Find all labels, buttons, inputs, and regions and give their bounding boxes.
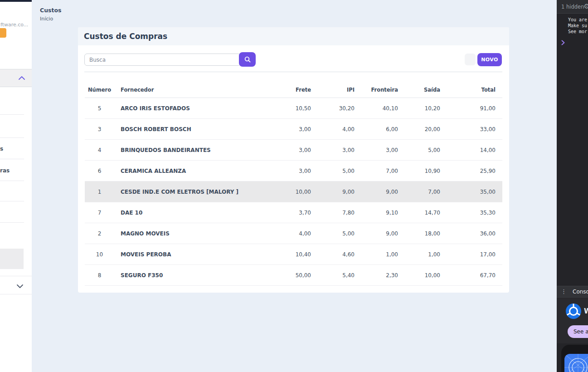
cell-fornecedor: BOSCH ROBERT BOSCH <box>114 119 277 140</box>
sidebar-item-label[interactable]: s <box>0 146 3 152</box>
cell-numero: 7 <box>85 202 114 223</box>
cell-frete: 3,00 <box>277 140 317 161</box>
col-ipi: IPI <box>317 82 361 98</box>
cell-saida: 10,90 <box>404 161 447 181</box>
devtools-panel: 1 hidden ⚙ You areMake suSee mor ⋮ Conso… <box>557 0 588 372</box>
cell-fornecedor: DAE 10 <box>114 202 277 223</box>
chrome-logo-icon <box>565 303 582 319</box>
sidebar-collapse-header[interactable] <box>0 69 32 87</box>
cell-numero: 8 <box>85 265 114 286</box>
devtools-toolbar: 1 hidden ⚙ <box>557 0 588 14</box>
divider <box>0 159 24 159</box>
breadcrumb[interactable]: Início <box>40 16 53 22</box>
cell-ipi: 5,00 <box>317 223 361 244</box>
table-row[interactable]: 8SEGURO F35050,005,402,3010,0067,70 <box>85 265 502 286</box>
costs-table-body: 5ARCO IRIS ESTOFADOS10,5030,2040,1010,20… <box>85 98 502 286</box>
cell-saida: 10,00 <box>404 265 447 286</box>
tab-console[interactable]: Conso <box>573 289 588 295</box>
table-row[interactable]: 4BRINQUEDOS BANDEIRANTES3,003,003,005,00… <box>85 140 502 161</box>
cell-fornecedor: ARCO IRIS ESTOFADOS <box>114 98 277 119</box>
cell-ipi: 7,80 <box>317 202 361 223</box>
chevron-down-icon[interactable] <box>16 282 24 291</box>
page-title: Custos <box>40 7 62 14</box>
whats-new-promo-card[interactable] <box>561 345 588 372</box>
cell-ipi: 5,00 <box>317 161 361 181</box>
console-prompt[interactable] <box>561 39 565 47</box>
cell-numero: 2 <box>85 223 114 244</box>
see-all-button[interactable]: See all <box>568 325 588 338</box>
console-message-line: See mor <box>568 29 587 34</box>
cell-fronteira: 3,00 <box>361 140 404 161</box>
whats-new-section: W See all <box>557 298 588 343</box>
cell-numero: 4 <box>85 140 114 161</box>
costs-card: Custos de Compras NOVO NúmeroFornecedorF… <box>78 27 509 293</box>
console-message-line: You are <box>568 17 587 23</box>
whats-new-title: W <box>584 307 588 315</box>
console-prompt-icon <box>561 40 565 45</box>
table-row[interactable]: 2MAGNO MOVEIS4,005,009,0018,0036,00 <box>85 223 502 244</box>
cell-fronteira: 1,00 <box>361 244 404 265</box>
cell-frete: 50,00 <box>277 265 317 286</box>
cell-frete: 3,00 <box>277 119 317 140</box>
divider <box>84 72 502 72</box>
cell-frete: 10,50 <box>277 98 317 119</box>
search-input[interactable] <box>84 54 241 66</box>
table-row[interactable]: 3BOSCH ROBERT BOSCH3,004,006,0020,0033,0… <box>85 119 502 140</box>
cell-frete: 3,70 <box>277 202 317 223</box>
sidebar-active-item[interactable] <box>0 249 24 269</box>
table-row[interactable]: 5ARCO IRIS ESTOFADOS10,5030,2040,1010,20… <box>85 98 502 119</box>
cell-fronteira: 9,00 <box>361 223 404 244</box>
sidebar-account-text: ftware.co... <box>0 22 28 28</box>
cell-saida: 10,20 <box>404 98 447 119</box>
cell-total: 14,00 <box>447 140 502 161</box>
table-row[interactable]: 10MOVEIS PEROBA10,404,601,001,0017,00 <box>85 244 502 265</box>
hidden-messages-label[interactable]: 1 hidden <box>561 4 584 10</box>
divider <box>0 201 24 201</box>
cell-numero: 6 <box>85 161 114 181</box>
cell-numero: 10 <box>85 244 114 265</box>
cell-total: 25,90 <box>447 161 502 181</box>
table-row[interactable]: 1CESDE IND.E COM ELETROS [MALORY ]10,009… <box>85 181 502 202</box>
cell-total: 91,00 <box>447 98 502 119</box>
cell-ipi: 30,20 <box>317 98 361 119</box>
sidebar-notification-badge <box>0 28 6 38</box>
cell-fronteira: 7,00 <box>361 161 404 181</box>
col-frete: Frete <box>277 82 317 98</box>
cell-numero: 3 <box>85 119 114 140</box>
console-message-line: Make su <box>568 23 587 29</box>
cell-fronteira: 9,00 <box>361 181 404 202</box>
cell-frete: 10,40 <box>277 244 317 265</box>
sidebar-item-label[interactable]: ras <box>0 167 10 174</box>
cell-total: 67,70 <box>447 265 502 286</box>
col-numero: Número <box>85 82 114 98</box>
cell-saida: 7,00 <box>404 181 447 202</box>
costs-table: NúmeroFornecedorFreteIPIFronteiraSaídaTo… <box>85 82 502 286</box>
cell-fronteira: 2,30 <box>361 265 404 286</box>
search-button[interactable] <box>239 52 256 67</box>
col-fornecedor: Fornecedor <box>114 82 277 98</box>
cell-saida: 18,00 <box>404 223 447 244</box>
cell-fornecedor: MAGNO MOVEIS <box>114 223 277 244</box>
cell-ipi: 5,40 <box>317 265 361 286</box>
main-content: Custos Início Custos de Compras NOVO Núm… <box>32 0 557 372</box>
gear-icon[interactable]: ⚙ <box>584 2 588 10</box>
cell-numero: 1 <box>85 181 114 202</box>
kebab-menu-icon[interactable]: ⋮ <box>561 288 567 295</box>
divider <box>0 276 32 276</box>
cell-fornecedor: MOVEIS PEROBA <box>114 244 277 265</box>
table-row[interactable]: 7DAE 103,707,809,1014,7035,30 <box>85 202 502 223</box>
cell-ipi: 3,00 <box>317 140 361 161</box>
ghost-square-button[interactable] <box>465 54 476 65</box>
cell-fornecedor: BRINQUEDOS BANDEIRANTES <box>114 140 277 161</box>
cell-fornecedor: CERAMICA ALLEANZA <box>114 161 277 181</box>
search-icon <box>244 56 251 63</box>
cell-saida: 5,00 <box>404 140 447 161</box>
cell-saida: 1,00 <box>404 244 447 265</box>
table-row[interactable]: 6CERAMICA ALLEANZA3,005,007,0010,9025,90 <box>85 161 502 181</box>
new-record-button[interactable]: NOVO <box>477 53 502 66</box>
cell-frete: 4,00 <box>277 223 317 244</box>
cell-fornecedor: CESDE IND.E COM ELETROS [MALORY ] <box>114 181 277 202</box>
cell-fronteira: 40,10 <box>361 98 404 119</box>
cell-fronteira: 9,10 <box>361 202 404 223</box>
cell-numero: 5 <box>85 98 114 119</box>
